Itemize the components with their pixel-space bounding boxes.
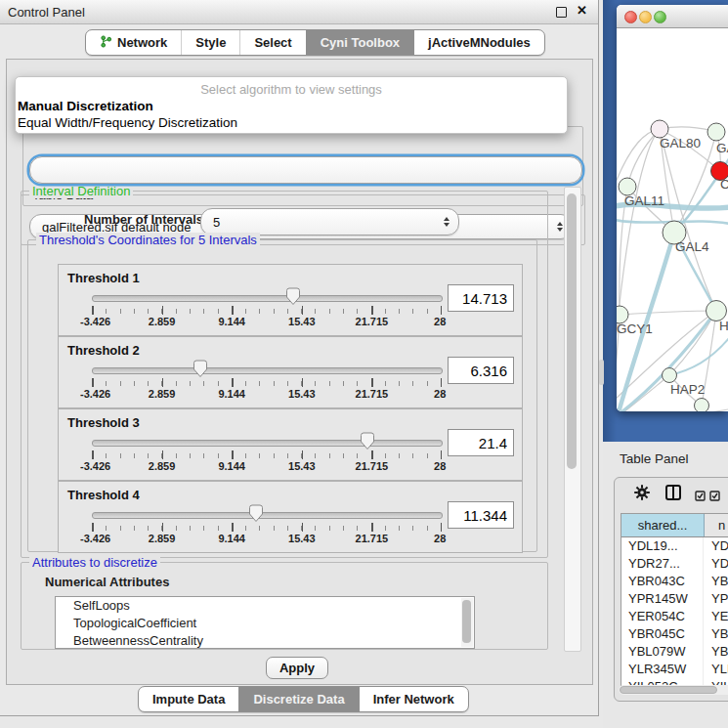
settings-scrollbar[interactable]	[564, 187, 581, 652]
table-row[interactable]: YDR27...YDR2	[621, 555, 728, 573]
threshold-slider[interactable]: -3.426 2.859 9.144 15.43 21.715 28	[92, 409, 441, 480]
table-toolbar	[615, 478, 728, 509]
close-traffic-light[interactable]	[624, 11, 637, 23]
apply-button[interactable]: Apply	[266, 657, 328, 679]
panel-splitter-handle[interactable]	[599, 360, 604, 385]
stepper-arrows-icon	[444, 217, 450, 227]
table-row[interactable]: YER054CYER0	[621, 608, 728, 625]
slider-track[interactable]	[92, 295, 443, 302]
numerical-attributes-title: Numerical Attributes	[45, 575, 169, 589]
slider-tick-labels: -3.426 2.859 9.144 15.43 21.715 28	[92, 460, 442, 474]
list-scrollbar[interactable]	[461, 598, 473, 647]
node-label: GCY1	[617, 321, 653, 336]
node-label: GAL80	[660, 136, 701, 150]
network-node[interactable]	[707, 123, 725, 141]
algorithm-prompt: Select algorithm to view settings	[16, 82, 567, 97]
slider-ticks	[92, 378, 442, 387]
select-all-checkbox-icon[interactable]	[695, 488, 706, 505]
close-icon[interactable]: ✕	[577, 3, 587, 18]
control-panel-window: Control Panel ✕ Network Style	[0, 0, 599, 716]
threshold-value-input[interactable]	[448, 429, 514, 456]
network-node-hap2[interactable]	[663, 368, 677, 383]
slider-track[interactable]	[92, 512, 443, 519]
thresholds-legend: Threshold's Coordinates for 5 Intervals	[36, 233, 260, 247]
thresholds-group: Threshold's Coordinates for 5 Intervals …	[27, 239, 537, 552]
algorithm-option-equal-width[interactable]: Equal Width/Frequency Discretization	[18, 115, 237, 130]
node-label: GAL4	[675, 239, 709, 254]
number-of-intervals-combobox[interactable]: 5	[200, 208, 459, 236]
table-row[interactable]: YBR045CYBR0	[621, 625, 728, 643]
table-row[interactable]: YLR345WYLR3	[621, 661, 728, 678]
table-row[interactable]: YPR145WYPR1	[621, 590, 728, 608]
interval-definition-legend: Interval Definition	[29, 187, 133, 198]
slider-track[interactable]	[92, 440, 443, 447]
numerical-attributes-list: SelfLoops TopologicalCoefficient Between…	[55, 596, 475, 649]
tab-jactivemnodules-label: jActiveMNodules	[428, 35, 531, 50]
zoom-traffic-light[interactable]	[654, 11, 666, 23]
table-header-row: shared... n	[621, 514, 728, 537]
tab-network-label: Network	[117, 35, 167, 50]
slider-ticks	[92, 523, 442, 532]
slider-track[interactable]	[92, 367, 443, 374]
algorithm-option-manual[interactable]: Manual Discretization	[18, 99, 153, 113]
algorithm-dropdown-popup: Select algorithm to view settings Manual…	[15, 76, 568, 134]
slider-tick-labels: -3.426 2.859 9.144 15.43 21.715 28	[92, 388, 442, 402]
table-horizontal-scrollbar[interactable]	[619, 685, 728, 695]
threshold-value-input[interactable]	[448, 501, 514, 529]
list-item[interactable]: BetweennessCentrality	[56, 632, 474, 649]
tab-select[interactable]: Select	[239, 30, 305, 55]
tab-impute-data-label: Impute Data	[152, 692, 225, 707]
attributes-legend: Attributes to discretize	[29, 555, 160, 570]
list-item[interactable]: SelfLoops	[56, 597, 474, 615]
settings-scroll-area: Interval Definition Number of Intervals …	[17, 187, 564, 650]
window-title: Control Panel	[8, 5, 85, 20]
tab-select-label: Select	[254, 35, 291, 50]
attributes-group: Attributes to discretize Numerical Attri…	[21, 562, 548, 650]
deselect-all-checkbox-icon[interactable]	[709, 488, 720, 505]
threshold-value-input[interactable]	[448, 357, 514, 384]
table-row[interactable]: YBR043CYBR0	[621, 573, 728, 590]
tab-cyni-toolbox[interactable]: Cyni Toolbox	[306, 30, 413, 55]
column-header-shared-name[interactable]: shared...	[621, 514, 705, 536]
slider-thumb[interactable]	[360, 432, 375, 450]
minimize-traffic-light[interactable]	[639, 11, 652, 23]
slider-thumb[interactable]	[248, 504, 264, 523]
table-row[interactable]: YDL19...YDL1	[621, 537, 728, 555]
tab-style-label: Style	[195, 35, 226, 50]
gear-icon[interactable]	[634, 485, 650, 504]
float-window-icon[interactable]	[556, 7, 567, 18]
table-panel-title: Table Panel	[620, 451, 689, 466]
network-icon	[100, 35, 112, 51]
tab-impute-data[interactable]: Impute Data	[139, 687, 238, 711]
show-columns-icon[interactable]	[665, 485, 681, 500]
threshold-row: Threshold 4	[58, 481, 523, 553]
threshold-row: Threshold 2	[58, 336, 523, 408]
network-graph	[617, 28, 728, 411]
tab-network[interactable]: Network	[86, 30, 181, 55]
table-row[interactable]: YBL079WYBL0	[621, 643, 728, 661]
slider-tick-labels: -3.426 2.859 9.144 15.43 21.715 28	[92, 316, 442, 329]
threshold-value-input[interactable]	[448, 284, 514, 312]
slider-thumb[interactable]	[285, 287, 301, 306]
tab-infer-network[interactable]: Infer Network	[359, 687, 468, 711]
tab-discretize-data[interactable]: Discretize Data	[238, 687, 358, 711]
slider-thumb[interactable]	[193, 360, 208, 378]
slider-tick-labels: -3.426 2.859 9.144 15.43 21.715 28	[92, 533, 442, 546]
column-header-name[interactable]: n	[705, 514, 728, 536]
network-canvas[interactable]: GAL80 GA C GAL11 GAL4 GCY1 H HAP2	[617, 28, 728, 411]
threshold-slider[interactable]: -3.426 2.859 9.144 15.43 21.715 28	[92, 337, 441, 407]
table-panel: Table Panel	[603, 442, 728, 728]
network-node[interactable]	[695, 399, 709, 412]
tab-style[interactable]: Style	[181, 30, 239, 55]
algorithm-combobox[interactable]	[29, 156, 582, 184]
threshold-slider[interactable]: -3.426 2.859 9.144 15.43 21.715 28	[92, 265, 441, 335]
interval-definition-group: Interval Definition Number of Intervals …	[21, 191, 548, 558]
number-of-intervals-label: Number of Intervals	[84, 212, 203, 227]
node-label: C	[720, 177, 728, 192]
tab-jactivemnodules[interactable]: jActiveMNodules	[413, 30, 544, 55]
tab-cyni-toolbox-label: Cyni Toolbox	[321, 35, 400, 50]
slider-ticks	[92, 306, 442, 315]
node-label: GAL11	[624, 193, 664, 208]
threshold-slider[interactable]: -3.426 2.859 9.144 15.43 21.715 28	[92, 482, 441, 552]
list-item[interactable]: TopologicalCoefficient	[56, 615, 474, 632]
